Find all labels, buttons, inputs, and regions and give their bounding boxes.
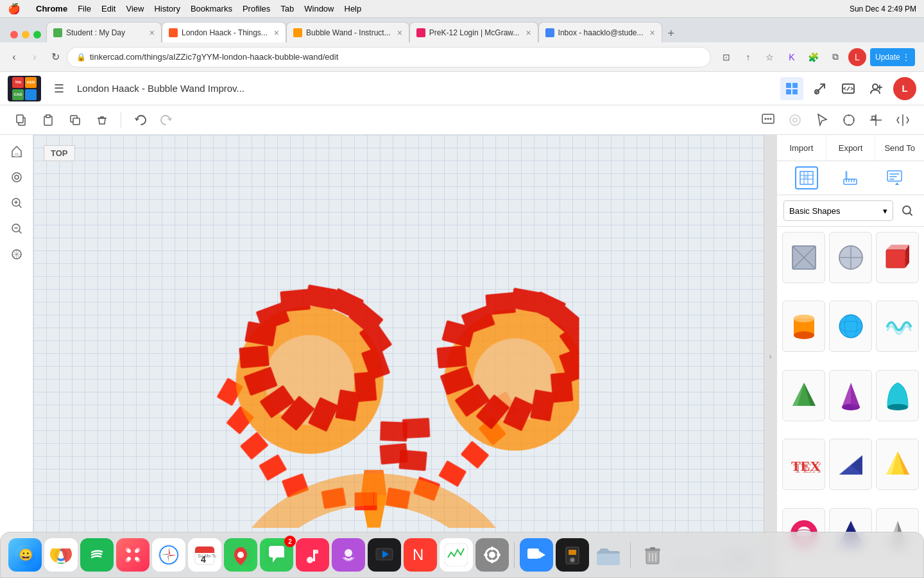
- dock-spotify[interactable]: [80, 538, 114, 572]
- align-button[interactable]: [865, 109, 887, 131]
- update-button[interactable]: Update ⋮: [870, 48, 915, 66]
- bookmark-button[interactable]: ☆: [761, 48, 779, 66]
- shape-category-dropdown[interactable]: Basic Shapes ▾: [783, 200, 893, 221]
- shape-box-solid[interactable]: [876, 232, 919, 283]
- close-button[interactable]: [10, 31, 18, 39]
- maximize-button[interactable]: [33, 31, 41, 39]
- shape-cat-ruler[interactable]: [839, 166, 862, 189]
- menu-tab[interactable]: Tab: [280, 4, 294, 13]
- dock-garageband[interactable]: [556, 538, 589, 572]
- cursor-button[interactable]: [811, 109, 833, 131]
- undo-button[interactable]: [129, 109, 151, 131]
- canvas-area[interactable]: TOP: [33, 135, 764, 578]
- tc-build-view-button[interactable]: [809, 77, 832, 100]
- ls-rotate-button[interactable]: [5, 166, 28, 189]
- shape-pyramid-yellow[interactable]: [876, 439, 919, 490]
- shape-box-hole[interactable]: [782, 232, 825, 283]
- tab-inbox[interactable]: Inbox - haacklo@stude... ×: [538, 22, 662, 42]
- tab-close-inbox[interactable]: ×: [649, 28, 654, 38]
- reload-button[interactable]: ↻: [46, 48, 64, 66]
- tab-close-prek[interactable]: ×: [526, 28, 531, 38]
- ls-zoom-in-button[interactable]: [5, 191, 28, 215]
- tab-close-bubble[interactable]: ×: [397, 28, 402, 38]
- menu-edit[interactable]: Edit: [101, 4, 116, 13]
- puzzle-button[interactable]: 🧩: [805, 48, 823, 66]
- dock-messages[interactable]: 2: [260, 538, 293, 572]
- minimize-button[interactable]: [22, 31, 30, 39]
- shape-text-3d[interactable]: TEXT TEXT: [782, 439, 825, 490]
- dock-system-prefs[interactable]: [475, 538, 509, 572]
- dock-trash[interactable]: [636, 538, 669, 572]
- dock-news[interactable]: N: [404, 538, 437, 572]
- tab-student-day[interactable]: Student : My Day ×: [46, 22, 162, 42]
- shape-wedge[interactable]: [829, 439, 872, 490]
- tc-grid-view-button[interactable]: [780, 77, 803, 100]
- dock-calendar[interactable]: 4Su Mo Tu: [188, 538, 221, 572]
- dock-music[interactable]: [296, 538, 329, 572]
- panel-collapse-handle[interactable]: ›: [764, 135, 776, 578]
- copy-button[interactable]: [10, 109, 32, 131]
- menu-bookmarks[interactable]: Bookmarks: [191, 4, 232, 13]
- dock-activity[interactable]: [440, 538, 473, 572]
- shape-squiggle[interactable]: [876, 301, 919, 352]
- redo-button[interactable]: [156, 109, 178, 131]
- extensions-button[interactable]: K: [783, 48, 801, 66]
- tc-menu-button[interactable]: ☰: [47, 77, 71, 100]
- back-button[interactable]: ‹: [5, 48, 23, 66]
- measure-button[interactable]: [838, 109, 860, 131]
- dock-finder[interactable]: 😀: [8, 538, 42, 572]
- tab-close-london[interactable]: ×: [274, 28, 279, 38]
- shape-search-button[interactable]: [897, 200, 918, 221]
- tc-add-user-button[interactable]: [865, 77, 888, 100]
- tab-london-haack[interactable]: London Haack - Things... ×: [162, 22, 286, 42]
- note-button[interactable]: [784, 109, 806, 131]
- ls-zoom-out-button[interactable]: [5, 217, 28, 240]
- tab-bubble-wand[interactable]: Bubble Wand - Instruct... ×: [286, 22, 409, 42]
- shape-cat-text[interactable]: [883, 166, 906, 189]
- dock-podcasts[interactable]: [332, 538, 365, 572]
- menu-window[interactable]: Window: [304, 4, 334, 13]
- dock-safari[interactable]: [152, 538, 185, 572]
- dock-folder[interactable]: [592, 538, 625, 572]
- new-tab-button[interactable]: +: [662, 24, 680, 42]
- ls-grid-button[interactable]: [5, 243, 28, 266]
- forward-button[interactable]: ›: [26, 48, 44, 66]
- sendto-button[interactable]: Send To: [875, 135, 924, 161]
- shape-pyramid-green[interactable]: [782, 370, 825, 421]
- address-input[interactable]: 🔒 tinkercad.com/things/aIZZic7gYYM-londo…: [67, 47, 711, 67]
- menu-file[interactable]: File: [78, 4, 91, 13]
- tc-profile-button[interactable]: L: [893, 77, 916, 100]
- menu-chrome[interactable]: Chrome: [36, 4, 67, 13]
- import-button[interactable]: Import: [777, 135, 826, 161]
- dock-chrome[interactable]: [44, 538, 78, 572]
- menu-history[interactable]: History: [154, 4, 180, 13]
- delete-button[interactable]: [91, 109, 113, 131]
- shape-paraboloid[interactable]: [876, 370, 919, 421]
- menu-help[interactable]: Help: [345, 4, 362, 13]
- tc-code-button[interactable]: [837, 77, 860, 100]
- shape-cylinder[interactable]: [782, 301, 825, 352]
- apple-menu[interactable]: 🍎: [8, 3, 21, 15]
- export-button[interactable]: Export: [826, 135, 875, 161]
- shape-cylinder-hole[interactable]: [829, 232, 872, 283]
- dock-zoom[interactable]: [520, 538, 553, 572]
- profile-button[interactable]: L: [848, 48, 866, 66]
- duplicate-button[interactable]: [64, 109, 86, 131]
- tinkercad-logo[interactable]: TIN KER CAD: [8, 76, 41, 101]
- dock-maps[interactable]: [224, 538, 257, 572]
- bubble-wand-model[interactable]: [169, 168, 579, 530]
- tab-close-student[interactable]: ×: [150, 28, 155, 38]
- share-button[interactable]: ↑: [739, 48, 757, 66]
- mirror-button[interactable]: [892, 109, 914, 131]
- cast-button[interactable]: ⊡: [717, 48, 735, 66]
- shape-cone-purple[interactable]: [829, 370, 872, 421]
- shape-sphere[interactable]: [829, 301, 872, 352]
- dock-launchpad[interactable]: [116, 538, 150, 572]
- menu-profiles[interactable]: Profiles: [243, 4, 270, 13]
- menu-view[interactable]: View: [126, 4, 144, 13]
- tab-prek12[interactable]: PreK-12 Login | McGraw... ×: [409, 22, 538, 42]
- comment-button[interactable]: [757, 109, 779, 131]
- shape-cat-3d[interactable]: [795, 166, 818, 189]
- sidebar-toggle[interactable]: ⧉: [826, 48, 844, 66]
- dock-tv[interactable]: [368, 538, 401, 572]
